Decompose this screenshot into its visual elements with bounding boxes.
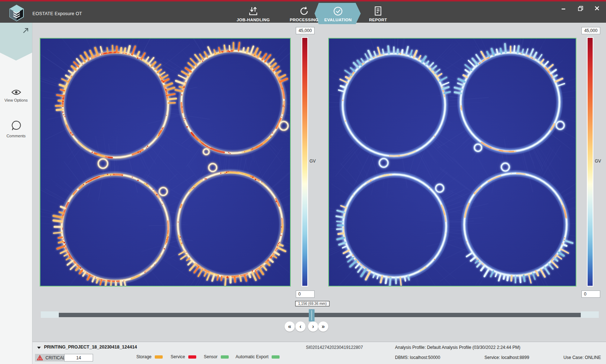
analysis-profile: Analysis Profile: Default Analysis Profi… <box>395 345 521 350</box>
indicator-label: Automatic Export <box>236 354 268 359</box>
tab-label: EVALUATION <box>324 18 352 22</box>
indicator-label: Service <box>171 354 185 359</box>
sidebar-item-label: View Options <box>0 98 32 102</box>
critical-count-input[interactable]: 14 <box>64 354 93 361</box>
sidebar: View Options Comments <box>0 23 32 364</box>
processing-refresh-icon <box>299 5 309 17</box>
colorbar-left <box>302 37 308 287</box>
critical-label: CRITICAL: <box>45 355 66 360</box>
tab-report[interactable]: REPORT <box>355 3 401 24</box>
exposure-image-left[interactable] <box>40 38 291 287</box>
tab-label: REPORT <box>369 18 387 22</box>
comment-bubble-icon <box>10 120 22 132</box>
service-status-light <box>188 355 196 359</box>
tab-job-handling[interactable]: JOB-HANDLING <box>230 3 277 24</box>
sidebar-item-view-options[interactable]: View Options <box>0 89 32 102</box>
dbms-connection: DBMS: localhost:50000 <box>395 355 440 360</box>
project-expand-caret-icon[interactable] <box>37 347 41 349</box>
scale-unit-label-right: GV <box>595 159 601 164</box>
tab-label: JOB-HANDLING <box>237 18 270 22</box>
slider-handle[interactable] <box>309 309 315 321</box>
warning-triangle-icon <box>37 355 43 360</box>
evaluation-check-icon <box>333 5 343 17</box>
indicator-label: Storage <box>136 354 152 359</box>
use-case: Use Case: ONLINE <box>563 355 601 360</box>
previous-button[interactable]: ‹ <box>295 321 306 332</box>
app-title: EOSTATE Exposure OT <box>32 11 82 16</box>
report-document-icon <box>373 5 383 17</box>
sample-id: SI0201427420230419122807 <box>306 345 363 350</box>
service-connection: Service: localhost:8899 <box>484 355 529 360</box>
status-indicator-automatic-export: Automatic Export <box>236 354 280 359</box>
slider-position-tooltip: 1,156 (69.36 mm) <box>295 301 330 306</box>
sensor-status-light <box>221 355 229 359</box>
indicator-label: Sensor <box>204 354 218 359</box>
tab-label: PROCESSING <box>290 18 319 22</box>
automatic-export-status-light <box>272 355 280 359</box>
first-button[interactable]: « <box>285 321 295 332</box>
storage-status-light <box>155 355 163 359</box>
eye-icon <box>11 89 21 96</box>
status-indicator-sensor: Sensor <box>204 354 229 359</box>
sidebar-item-comments[interactable]: Comments <box>0 120 32 138</box>
restore-button[interactable] <box>575 4 585 13</box>
application-window: EOSTATE Exposure OT JOB-HANDLING PROCESS… <box>0 0 606 364</box>
project-name[interactable]: PRINTING_PROJECT_18_20230418_124414 <box>44 345 137 350</box>
colorbar-right <box>587 37 593 287</box>
minimize-button[interactable] <box>558 4 568 13</box>
close-button[interactable] <box>592 4 602 13</box>
last-button[interactable]: » <box>318 321 328 332</box>
exposure-image-right[interactable] <box>328 38 576 287</box>
expand-panel-arrow-icon[interactable] <box>22 27 30 35</box>
import-export-icon <box>248 5 259 17</box>
sidebar-item-label: Comments <box>0 134 32 138</box>
app-logo-icon <box>9 5 25 21</box>
slider-left-cap[interactable] <box>41 311 59 318</box>
slider-track[interactable] <box>59 313 581 317</box>
scale-min-input-right[interactable]: 0 <box>581 290 600 298</box>
scale-min-input-left[interactable]: 0 <box>296 290 315 298</box>
scale-max-input-left[interactable]: 45,000 <box>296 27 315 34</box>
titlebar: EOSTATE Exposure OT JOB-HANDLING PROCESS… <box>0 1 606 23</box>
statusbar: PRINTING_PROJECT_18_20230418_124414 SI02… <box>32 342 606 364</box>
scale-unit-label-left: GV <box>309 159 316 164</box>
status-indicator-service: Service <box>171 354 196 359</box>
status-indicator-storage: Storage <box>136 354 163 359</box>
slider-handle-line <box>311 310 312 320</box>
next-button[interactable]: › <box>308 321 318 332</box>
slider-right-cap[interactable] <box>581 311 599 318</box>
scale-max-input-right[interactable]: 45,000 <box>581 27 600 34</box>
